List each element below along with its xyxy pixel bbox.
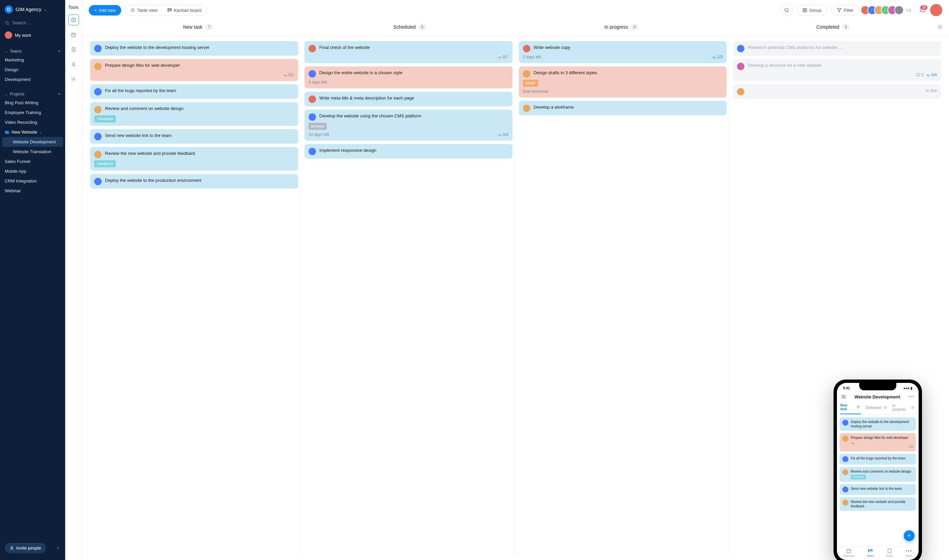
- group-button[interactable]: Group: [797, 5, 827, 16]
- sidebar-project[interactable]: Blog Post Writing: [0, 98, 65, 108]
- search-placeholder: Search...: [12, 20, 30, 25]
- notifications-button[interactable]: 19: [919, 7, 926, 14]
- user-avatar[interactable]: [930, 4, 942, 16]
- avatar: [842, 456, 849, 462]
- tool-calendar-button[interactable]: 31: [68, 29, 79, 40]
- phone-notch: [859, 383, 897, 390]
- tool-tasks-button[interactable]: [68, 14, 79, 25]
- task-card[interactable]: Review the new website and provide feedb…: [90, 147, 298, 171]
- column-header-new-task[interactable]: New task 7: [92, 24, 304, 30]
- phone-nav-more[interactable]: ••• More: [906, 548, 912, 557]
- sidebar-project[interactable]: Webinar: [0, 186, 65, 196]
- checklist-icon: [283, 73, 287, 77]
- avatar: [737, 88, 744, 95]
- tool-people-button[interactable]: [68, 59, 79, 70]
- phone-task-card[interactable]: Prepare design files for web developer 0…: [839, 433, 916, 451]
- member-avatars[interactable]: +3: [863, 5, 911, 15]
- task-card[interactable]: Research potential CMS platforms for web…: [733, 41, 941, 56]
- task-card[interactable]: Review and comment on website design Fee…: [90, 102, 298, 126]
- phone-more-button[interactable]: •••: [908, 394, 915, 399]
- task-card[interactable]: Design drafts in 3 different styles ASAP…: [519, 66, 727, 97]
- task-card[interactable]: Send new website link to the team: [90, 129, 298, 144]
- avatar: [309, 148, 316, 155]
- sidebar-team-marketing[interactable]: Marketing: [0, 55, 65, 65]
- workspace-switcher[interactable]: G GIM Agency ⌄: [5, 3, 60, 15]
- card-checklist: 1/3: [712, 54, 723, 60]
- my-work-link[interactable]: My work: [5, 29, 60, 42]
- sidebar-project[interactable]: Mobile App: [0, 166, 65, 176]
- folder-icon: [5, 130, 9, 135]
- card-title: Final check of the website: [319, 45, 508, 51]
- sidebar-project[interactable]: Sales Funnel: [0, 157, 65, 166]
- phone-menu-button[interactable]: [841, 394, 846, 399]
- phone-add-button[interactable]: +: [904, 530, 915, 541]
- add-new-button[interactable]: + Add new: [89, 5, 121, 15]
- tool-notes-button[interactable]: [68, 44, 79, 55]
- search-button[interactable]: [781, 4, 793, 16]
- column-in-progress: Write website copy 3 days left1/3 Design…: [517, 41, 728, 555]
- sidebar-subproject-website-development[interactable]: Website Development: [2, 137, 63, 147]
- phone-tab-scheduled[interactable]: Scheduled 5: [866, 403, 888, 414]
- kanban-view-label: Kanban board: [174, 8, 202, 13]
- invite-people-button[interactable]: Invite people: [5, 543, 46, 553]
- person-icon: [71, 62, 76, 67]
- add-team-button[interactable]: +: [58, 49, 60, 54]
- task-card[interactable]: Develop a wireframe: [519, 101, 727, 115]
- phone-nav-tasks[interactable]: Tasks: [867, 548, 873, 557]
- workspace-name: GIM Agency: [15, 7, 41, 12]
- sidebar-project-new-website[interactable]: New Website ⌄: [0, 127, 65, 137]
- task-card[interactable]: Final check of the website 0/7: [304, 41, 512, 63]
- phone-task-card[interactable]: Fix all the bugs reported by the team: [839, 454, 916, 465]
- phone-nav-schedule[interactable]: Schedule: [843, 548, 854, 557]
- phone-task-card[interactable]: Review the new website and provide feedb…: [839, 497, 916, 511]
- card-title: Review and comment on website design: [105, 106, 294, 112]
- svg-rect-18: [868, 549, 869, 552]
- task-card[interactable]: Develop the website using the chosen CMS…: [304, 110, 512, 141]
- column-header-completed[interactable]: Completed 3: [727, 24, 939, 30]
- main-content: + Add new Table view Kanban board Group: [82, 0, 949, 560]
- sidebar-project[interactable]: Video Recording: [0, 117, 65, 127]
- phone-nav-notes[interactable]: Notes: [886, 548, 893, 557]
- column-header-in-progress[interactable]: In progress 3: [515, 24, 727, 30]
- sidebar-project[interactable]: Employee Training: [0, 108, 65, 117]
- board-settings-button[interactable]: [937, 24, 943, 30]
- task-card[interactable]: Write website copy 3 days left1/3: [519, 41, 727, 63]
- phone-task-card[interactable]: Review and comment on website designFeed…: [839, 467, 916, 482]
- task-card[interactable]: Fix all the bugs reported by the team: [90, 84, 298, 99]
- search-input[interactable]: Search...: [5, 18, 60, 27]
- kanban-view-tab[interactable]: Kanban board: [162, 5, 206, 15]
- avatar: [309, 45, 316, 52]
- task-card[interactable]: Implement responsive design: [304, 144, 512, 158]
- svg-rect-8: [168, 8, 169, 11]
- phone-card-title: Send new website link to the team: [851, 486, 913, 491]
- phone-card-title: Prepare design files for web developer: [851, 435, 913, 440]
- sidebar-team-development[interactable]: Development: [0, 75, 65, 84]
- task-card[interactable]: Prepare design files for web developer 0…: [90, 59, 298, 81]
- task-card[interactable]: Deploy the website to the development ho…: [90, 41, 298, 56]
- svg-rect-17: [847, 549, 851, 553]
- column-header-scheduled[interactable]: Scheduled 5: [304, 24, 515, 30]
- sidebar-team-design[interactable]: Design: [0, 65, 65, 75]
- task-card[interactable]: Write meta title & meta description for …: [304, 92, 512, 106]
- table-view-tab[interactable]: Table view: [126, 5, 162, 15]
- task-card[interactable]: Develop a structure for a new website 24…: [733, 59, 941, 81]
- phone-tab-new-task[interactable]: New task 7: [840, 403, 861, 414]
- task-card[interactable]: Deploy the website to the production env…: [90, 174, 298, 189]
- card-title: Deploy the website to the development ho…: [105, 45, 294, 51]
- column-title: Scheduled: [393, 24, 415, 30]
- task-card[interactable]: m the: [733, 84, 941, 99]
- phone-task-card[interactable]: Deploy the website to the development ho…: [839, 417, 916, 431]
- phone-task-card[interactable]: Send new website link to the team: [839, 484, 916, 495]
- tool-settings-button[interactable]: [68, 74, 79, 85]
- task-card[interactable]: Design the entire website in a chosen st…: [304, 66, 512, 88]
- brand-logo: G: [5, 5, 13, 14]
- collapse-sidebar-button[interactable]: [56, 546, 60, 551]
- sidebar-subproject-website-translation[interactable]: Website Translation: [2, 147, 63, 157]
- teams-header[interactable]: ⌄Teams +: [0, 48, 65, 55]
- add-project-button[interactable]: +: [58, 92, 60, 97]
- filter-button[interactable]: Filter: [831, 5, 859, 16]
- phone-tab-in-progress[interactable]: In progress 3: [893, 403, 915, 414]
- chevron-down-icon: ⌄: [44, 8, 47, 12]
- projects-header[interactable]: ⌄Projects +: [0, 91, 65, 98]
- sidebar-project[interactable]: CRM Integration: [0, 176, 65, 186]
